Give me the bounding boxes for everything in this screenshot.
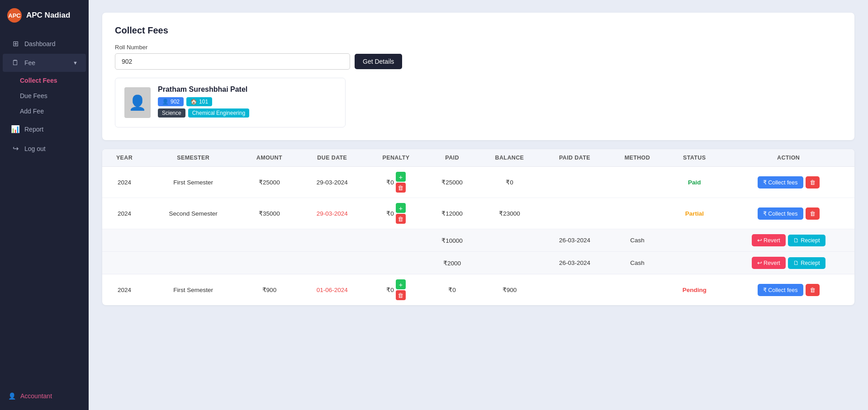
table-row: 2024 First Semester ₹25000 29-03-2024 ₹0…: [102, 167, 854, 198]
page-title: Collect Fees: [115, 25, 842, 36]
table-header-row: YEAR SEMESTER AMOUNT DUE DATE PENALTY PA…: [102, 149, 854, 167]
penalty-add-button[interactable]: +: [396, 279, 406, 289]
cell-penalty: ₹0 + 🗑: [365, 167, 426, 198]
delete-row-button[interactable]: 🗑: [806, 284, 820, 296]
cell-method: [608, 274, 667, 306]
chevron-down-icon: ▼: [73, 60, 78, 66]
sidebar-item-label-logout: Log out: [24, 145, 46, 152]
form-row: Get Details: [115, 53, 842, 70]
sidebar-item-collect-fees[interactable]: Collect Fees: [12, 73, 86, 88]
collect-fees-button[interactable]: ₹ Collect fees: [758, 207, 803, 220]
receipt-button[interactable]: 🗋 Reciept: [788, 257, 825, 269]
cell-paid: ₹0: [427, 274, 478, 306]
receipt-button[interactable]: 🗋 Reciept: [788, 235, 825, 246]
col-penalty: PENALTY: [365, 149, 426, 167]
collect-fees-button[interactable]: ₹ Collect fees: [758, 284, 803, 296]
cell-status: Partial: [666, 198, 722, 229]
cell-method-sub: Cash: [608, 229, 667, 252]
cell-semester: Second Semester: [147, 198, 240, 229]
cell-status: Paid: [666, 167, 722, 198]
delete-row-button[interactable]: 🗑: [806, 176, 820, 189]
cell-paid: ₹12000: [427, 198, 478, 229]
penalty-add-button[interactable]: +: [396, 172, 406, 182]
revert-button[interactable]: ↩ Revert: [752, 257, 786, 269]
col-action: ACTION: [722, 149, 854, 167]
cell-paid-sub: ₹10000: [427, 229, 478, 252]
sidebar-item-logout[interactable]: ↪ Log out: [3, 139, 86, 158]
cell-penalty: ₹0 + 🗑: [365, 274, 426, 306]
sidebar-item-report[interactable]: 📊 Report: [3, 120, 86, 138]
table-row-sub: ₹10000 26-03-2024 Cash ↩ Revert 🗋 Reciep…: [102, 229, 854, 252]
cell-penalty: ₹0 + 🗑: [365, 198, 426, 229]
revert-button[interactable]: ↩ Revert: [752, 234, 786, 246]
cell-amount: ₹900: [240, 274, 299, 306]
cell-action-sub: ↩ Revert 🗋 Reciept: [722, 229, 854, 252]
sidebar-item-dashboard[interactable]: ⊞ Dashboard: [3, 34, 86, 53]
fee-submenu: Collect Fees Due Fees Add Fee: [0, 73, 89, 119]
get-details-button[interactable]: Get Details: [355, 54, 402, 69]
collect-fees-label: Collect Fees: [20, 77, 57, 84]
col-due-date: DUE DATE: [299, 149, 365, 167]
sidebar-bottom: 👤 Accountant: [0, 382, 89, 410]
cell-balance: ₹23000: [478, 198, 541, 229]
report-icon: 📊: [11, 125, 20, 133]
cell-action: ₹ Collect fees 🗑: [722, 198, 854, 229]
sidebar-item-add-fee[interactable]: Add Fee: [12, 104, 86, 119]
sidebar-item-label-fee: Fee: [24, 59, 35, 66]
cell-method: [608, 167, 667, 198]
avatar-placeholder: 👤: [128, 94, 147, 111]
sidebar-item-label-dashboard: Dashboard: [24, 40, 56, 47]
cell-method: [608, 198, 667, 229]
cell-amount: ₹35000: [240, 198, 299, 229]
penalty-delete-button[interactable]: 🗑: [396, 214, 406, 224]
brand: APC APC Nadiad: [0, 0, 89, 31]
cell-paid-date-sub: 26-03-2024: [541, 252, 608, 274]
accountant-label: Accountant: [20, 392, 52, 400]
sidebar-item-due-fees[interactable]: Due Fees: [12, 88, 86, 104]
cell-year: 2024: [102, 198, 147, 229]
cell-due-date: 29-03-2024: [299, 198, 365, 229]
table-row-sub: ₹2000 26-03-2024 Cash ↩ Revert 🗋 Reciept: [102, 252, 854, 274]
fees-table: YEAR SEMESTER AMOUNT DUE DATE PENALTY PA…: [102, 149, 854, 305]
student-name: Pratham Sureshbhai Patel: [158, 85, 336, 94]
collect-fees-button[interactable]: ₹ Collect fees: [758, 176, 803, 189]
cell-year: 2024: [102, 274, 147, 306]
penalty-delete-button[interactable]: 🗑: [396, 290, 406, 300]
col-paid: PAID: [427, 149, 478, 167]
badge-row-1: 👤 902 🏠 101: [158, 97, 336, 106]
cell-paid-date: [541, 198, 608, 229]
badge-chemical: Chemical Engineering: [188, 108, 249, 118]
cell-due-date: 01-06-2024: [299, 274, 365, 306]
sidebar: APC APC Nadiad ⊞ Dashboard 🗒 Fee ▼ Colle…: [0, 0, 89, 410]
badge-roll: 👤 902: [158, 97, 184, 106]
main-content: Collect Fees Roll Number Get Details 👤 P…: [89, 0, 868, 410]
table-row: 2024 First Semester ₹900 01-06-2024 ₹0 +…: [102, 274, 854, 306]
col-method: METHOD: [608, 149, 667, 167]
logout-icon: ↪: [11, 144, 20, 153]
collect-fees-card: Collect Fees Roll Number Get Details 👤 P…: [102, 13, 854, 140]
cell-balance: ₹900: [478, 274, 541, 306]
roll-input[interactable]: [115, 53, 350, 70]
penalty-add-button[interactable]: +: [396, 203, 406, 213]
sidebar-item-label-report: Report: [24, 126, 43, 133]
brand-name: APC Nadiad: [26, 11, 70, 20]
sidebar-item-fee[interactable]: 🗒 Fee ▼: [3, 54, 86, 72]
student-card: 👤 Pratham Sureshbhai Patel 👤 902 🏠 101 S…: [115, 78, 346, 127]
col-balance: BALANCE: [478, 149, 541, 167]
sidebar-accountant: 👤 Accountant: [0, 387, 89, 405]
dashboard-icon: ⊞: [11, 39, 20, 48]
cell-paid-sub: ₹2000: [427, 252, 478, 274]
cell-paid-date-sub: 26-03-2024: [541, 229, 608, 252]
cell-semester: First Semester: [147, 274, 240, 306]
cell-semester: First Semester: [147, 167, 240, 198]
cell-due-date: 29-03-2024: [299, 167, 365, 198]
cell-method-sub: Cash: [608, 252, 667, 274]
fee-icon: 🗒: [11, 59, 20, 67]
delete-row-button[interactable]: 🗑: [806, 207, 820, 220]
badge-row-2: Science Chemical Engineering: [158, 108, 336, 118]
badge-room: 🏠 101: [186, 97, 212, 106]
col-status: STATUS: [666, 149, 722, 167]
cell-balance: ₹0: [478, 167, 541, 198]
penalty-delete-button[interactable]: 🗑: [396, 183, 406, 193]
badge-science: Science: [158, 108, 185, 118]
